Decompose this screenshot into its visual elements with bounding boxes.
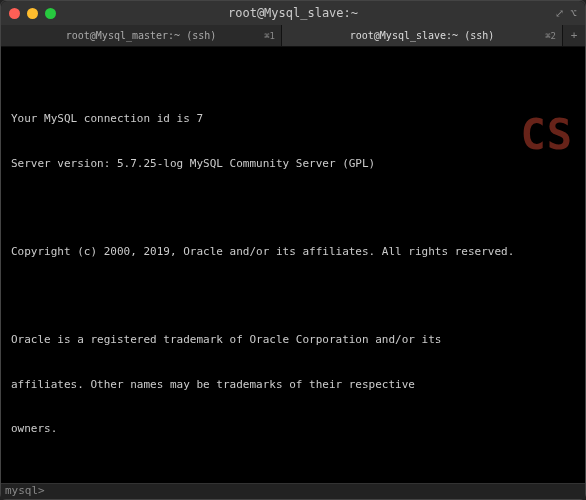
tab-slave[interactable]: root@Mysql_slave:~ (ssh) ⌘2 (282, 25, 563, 46)
window-title: root@Mysql_slave:~ (228, 6, 358, 20)
tab-label: root@Mysql_slave:~ (ssh) (350, 30, 495, 41)
terminal-content[interactable]: CS Your MySQL connection id is 7 Server … (1, 47, 585, 483)
minimize-icon[interactable] (27, 8, 38, 19)
terminal-window: root@Mysql_slave:~ ⤢ ⌥ root@Mysql_master… (0, 0, 586, 500)
close-icon[interactable] (9, 8, 20, 19)
tab-master[interactable]: root@Mysql_master:~ (ssh) ⌘1 (1, 25, 282, 46)
new-tab-button[interactable]: + (563, 25, 585, 46)
mysql-prompt: mysql> (5, 484, 45, 497)
tab-badge: ⌘1 (264, 31, 275, 41)
tab-bar: root@Mysql_master:~ (ssh) ⌘1 root@Mysql_… (1, 25, 585, 47)
trademark-text: affiliates. Other names may be trademark… (11, 378, 575, 393)
copyright-text: Copyright (c) 2000, 2019, Oracle and/or … (11, 245, 575, 260)
maximize-icon[interactable] (45, 8, 56, 19)
titlebar: root@Mysql_slave:~ ⤢ ⌥ (1, 1, 585, 25)
intro-text: Your MySQL connection id is 7 (11, 112, 575, 127)
trademark-text: Oracle is a registered trademark of Orac… (11, 333, 575, 348)
trademark-text: owners. (11, 422, 575, 437)
titlebar-controls[interactable]: ⤢ ⌥ (555, 7, 577, 20)
traffic-lights (9, 8, 56, 19)
intro-text: Server version: 5.7.25-log MySQL Communi… (11, 157, 575, 172)
tab-badge: ⌘2 (545, 31, 556, 41)
watermark: CS (520, 107, 573, 164)
tab-label: root@Mysql_master:~ (ssh) (66, 30, 217, 41)
footer-prompt[interactable]: mysql> (1, 483, 585, 499)
